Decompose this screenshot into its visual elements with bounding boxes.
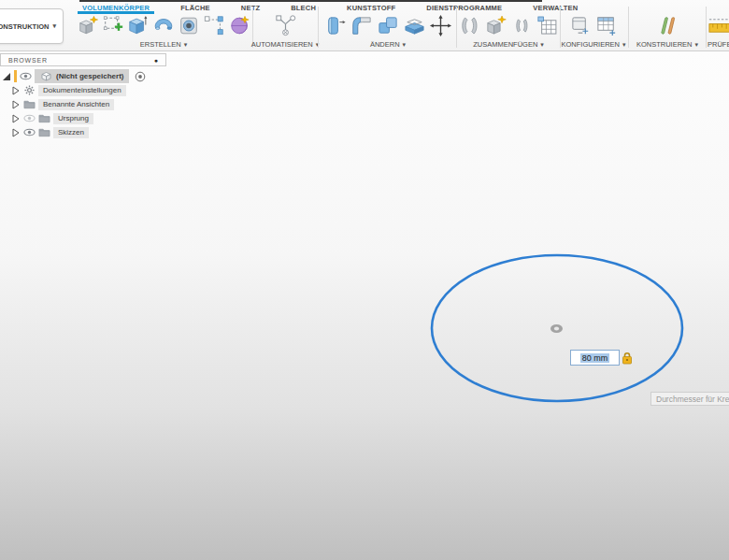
folder-icon <box>38 113 50 123</box>
toolbar-group-erstellen: ERSTELLEN▾ <box>77 12 250 50</box>
tree-item-label: Benannte Ansichten <box>38 99 114 110</box>
new-component-icon[interactable] <box>77 14 99 37</box>
document-name: (Nicht gespeichert) <box>56 72 123 80</box>
tree-root-row[interactable]: (Nicht gespeichert) <box>2 69 217 83</box>
zusammenfuegen-dropdown[interactable]: ZUSAMMENFÜGEN▾ <box>458 40 559 49</box>
toolbar-group-automatisieren: AUTOMATISIEREN▾ <box>254 12 316 50</box>
tree-item-benannte-ansichten[interactable]: Benannte Ansichten <box>11 97 217 111</box>
create-sketch-icon[interactable] <box>102 14 124 37</box>
tree-item-dokumenteinstellungen[interactable]: Dokumenteinstellungen <box>11 83 217 97</box>
toolbar-group-konstruieren: KONSTRUIEREN▾ <box>630 12 705 50</box>
expand-arrow-icon[interactable] <box>2 72 11 81</box>
toolbar-group-aendern: ÄNDERN▾ <box>322 12 454 50</box>
fillet-icon[interactable] <box>350 14 374 37</box>
tab-flaeche[interactable]: FLÄCHE <box>178 4 213 12</box>
chevron-down-icon: ▾ <box>184 41 188 49</box>
pattern-icon[interactable] <box>203 14 225 37</box>
folder-icon <box>38 127 50 137</box>
extrude-icon[interactable] <box>127 14 150 37</box>
collapse-arrow-icon[interactable] <box>11 86 21 95</box>
gear-icon <box>23 85 36 95</box>
dimension-input[interactable]: 80 mm <box>570 350 620 366</box>
configuration-table-icon[interactable] <box>595 14 619 37</box>
workspace-label: KONSTRUKTION <box>0 22 49 31</box>
automatisieren-dropdown[interactable]: AUTOMATISIEREN▾ <box>254 40 316 49</box>
toolbar-group-zusammenfuegen: ZUSAMMENFÜGEN▾ <box>458 12 559 50</box>
lock-icon[interactable] <box>622 352 633 365</box>
joint-icon[interactable] <box>458 14 481 37</box>
press-pull-icon[interactable] <box>324 14 348 37</box>
active-component-bar <box>14 70 17 82</box>
collapse-arrow-icon[interactable] <box>11 114 21 123</box>
toolbar-group-pruefen: PRÜFE <box>708 12 729 50</box>
tab-kunststoff[interactable]: KUNSTSTOFF <box>344 4 398 12</box>
toolbar-divider <box>456 7 457 48</box>
aendern-dropdown[interactable]: ÄNDERN▾ <box>322 40 454 49</box>
konstruieren-dropdown[interactable]: KONSTRUIEREN▾ <box>630 40 705 49</box>
automate-icon[interactable] <box>274 14 297 37</box>
hole-icon[interactable] <box>178 14 200 37</box>
component-cube-icon <box>40 71 52 81</box>
pruefen-dropdown[interactable]: PRÜFE <box>708 40 729 49</box>
tab-netz[interactable]: NETZ <box>238 4 263 12</box>
tree-item-skizzen[interactable]: Skizzen <box>11 125 217 139</box>
circle-center-point[interactable] <box>550 323 564 334</box>
browser-options-dot[interactable]: ● <box>154 57 158 64</box>
new-component-icon[interactable] <box>484 14 507 37</box>
browser-title: BROWSER <box>8 57 48 64</box>
construction-plane-icon[interactable] <box>656 14 679 37</box>
dimension-value: 80 mm <box>580 353 610 363</box>
visibility-eye-off-icon[interactable] <box>23 114 36 122</box>
tab-blech[interactable]: BLECH <box>288 4 319 12</box>
visibility-eye-icon[interactable] <box>23 128 36 136</box>
tab-dienstprogramme[interactable]: DIENSTPROGRAMME <box>423 4 505 12</box>
tab-verwalten[interactable]: VERWALTEN <box>530 4 580 12</box>
chevron-down-icon: ▾ <box>622 41 626 49</box>
collapse-arrow-icon[interactable] <box>11 128 21 137</box>
chevron-down-icon: ▾ <box>540 41 544 49</box>
toolbar-group-konfigurieren: KONFIGURIEREN▾ <box>562 12 625 50</box>
document-label[interactable]: (Nicht gespeichert) <box>35 69 129 83</box>
chevron-down-icon: ▾ <box>52 22 56 30</box>
collapse-arrow-icon[interactable] <box>11 100 21 109</box>
konfigurieren-dropdown[interactable]: KONFIGURIEREN▾ <box>562 40 625 49</box>
visibility-eye-icon[interactable] <box>20 72 32 80</box>
move-icon[interactable] <box>429 14 452 37</box>
create-form-icon[interactable] <box>228 14 250 37</box>
workspace-selector[interactable]: KONSTRUKTION ▾ <box>0 8 64 44</box>
toolbar-divider <box>706 7 707 48</box>
offset-face-icon[interactable] <box>403 14 426 37</box>
tree-item-label: Ursprung <box>53 113 93 124</box>
folder-icon <box>23 99 36 109</box>
combine-icon[interactable] <box>377 14 400 37</box>
browser-panel-header: BROWSER ● <box>0 53 166 66</box>
as-built-joint-icon[interactable] <box>510 14 534 37</box>
erstellen-dropdown[interactable]: ERSTELLEN▾ <box>77 40 250 49</box>
tooltip-diameter: Durchmesser für Kreis <box>650 392 729 406</box>
tree-item-label: Skizzen <box>53 127 89 138</box>
tree-item-ursprung[interactable]: Ursprung <box>11 111 217 125</box>
toolbar-divider <box>628 7 629 48</box>
chevron-down-icon: ▾ <box>695 41 699 49</box>
tree-item-label: Dokumenteinstellungen <box>38 85 126 96</box>
tab-volumenkoerper[interactable]: VOLUMENKÖRPER <box>79 4 152 12</box>
toolbar-divider <box>318 7 319 48</box>
browser-tree: (Nicht gespeichert) Dokumenteinstellunge… <box>2 69 217 139</box>
measure-icon[interactable] <box>708 14 729 37</box>
chevron-down-icon: ▾ <box>403 41 407 49</box>
activate-component-radio[interactable] <box>135 71 146 82</box>
bom-table-icon[interactable] <box>536 14 559 37</box>
revolve-icon[interactable] <box>152 14 175 37</box>
top-toolbar: VOLUMENKÖRPER FLÄCHE NETZ BLECH KUNSTSTO… <box>0 0 729 51</box>
configuration-icon[interactable] <box>569 14 593 37</box>
